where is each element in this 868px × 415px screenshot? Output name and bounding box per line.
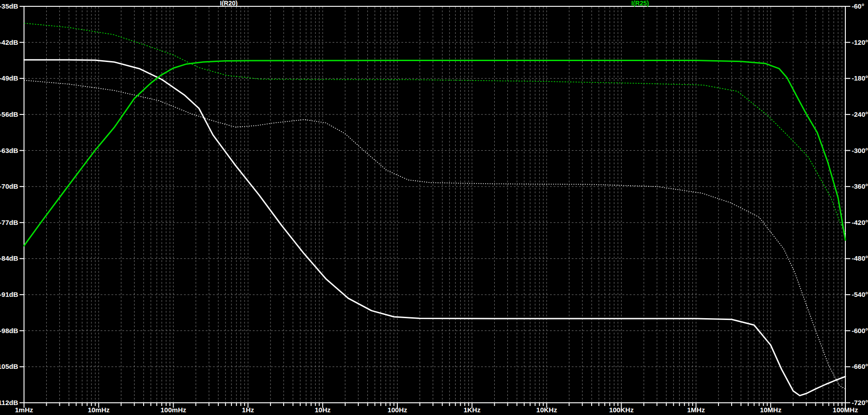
svg-text:100MHz: 100MHz: [833, 406, 858, 414]
svg-text:100mHz: 100mHz: [160, 406, 186, 414]
svg-text:-240°: -240°: [852, 110, 868, 118]
svg-text:-720°: -720°: [852, 399, 868, 406]
svg-text:-98dB: -98dB: [0, 327, 18, 334]
svg-text:10Hz: 10Hz: [315, 406, 331, 414]
svg-text:-35dB: -35dB: [0, 2, 18, 10]
svg-text:10KHz: 10KHz: [536, 406, 557, 414]
svg-text:-660°: -660°: [852, 363, 868, 370]
grid: [24, 7, 845, 402]
svg-text:-540°: -540°: [852, 291, 868, 298]
series-I(R20)-phase: [24, 80, 845, 389]
svg-text:-63dB: -63dB: [0, 147, 18, 154]
svg-text:-77dB: -77dB: [0, 219, 18, 226]
svg-text:-42dB: -42dB: [0, 38, 18, 46]
svg-text:10mHz: 10mHz: [88, 406, 110, 414]
y-axis-right-labels: -60°-120°-180°-240°-300°-360°-420°-480°-…: [845, 2, 868, 406]
trace-label-ir25[interactable]: I(R25): [632, 0, 649, 7]
svg-text:1mHz: 1mHz: [15, 406, 33, 414]
svg-text:-49dB: -49dB: [0, 74, 18, 82]
svg-text:-84dB: -84dB: [0, 254, 18, 262]
svg-text:-480°: -480°: [852, 254, 868, 262]
svg-text:-60°: -60°: [852, 2, 864, 10]
svg-text:-112dB: -112dB: [0, 399, 18, 406]
svg-text:100Hz: 100Hz: [387, 406, 407, 414]
axes: [19, 6, 850, 408]
svg-text:-300°: -300°: [852, 147, 868, 154]
svg-text:-56dB: -56dB: [0, 110, 18, 118]
svg-text:-600°: -600°: [852, 327, 868, 334]
bode-plot-canvas[interactable]: -35dB-42dB-49dB-56dB-63dB-70dB-77dB-84dB…: [0, 0, 868, 415]
svg-text:-105dB: -105dB: [0, 363, 18, 370]
y-axis-left-labels: -35dB-42dB-49dB-56dB-63dB-70dB-77dB-84dB…: [0, 2, 24, 406]
svg-text:-91dB: -91dB: [0, 291, 18, 298]
traces: [24, 23, 845, 396]
svg-text:-360°: -360°: [852, 182, 868, 190]
svg-text:-420°: -420°: [852, 219, 868, 226]
series-I(R25)-phase: [24, 23, 845, 233]
trace-label-ir20[interactable]: I(R20): [220, 0, 238, 7]
svg-text:-120°: -120°: [852, 38, 868, 46]
series-I(R20)-magnitude: [24, 60, 845, 396]
waveform-viewer-pane: -35dB-42dB-49dB-56dB-63dB-70dB-77dB-84dB…: [0, 0, 868, 415]
x-axis-labels: 1mHz10mHz100mHz1Hz10Hz100Hz1KHz10KHz100K…: [15, 403, 858, 414]
svg-text:1KHz: 1KHz: [463, 406, 481, 414]
svg-text:100KHz: 100KHz: [609, 406, 633, 414]
svg-text:1MHz: 1MHz: [687, 406, 705, 414]
svg-text:-180°: -180°: [852, 74, 868, 82]
svg-text:10MHz: 10MHz: [760, 406, 781, 414]
svg-text:1Hz: 1Hz: [242, 406, 254, 414]
svg-text:-70dB: -70dB: [0, 182, 18, 190]
